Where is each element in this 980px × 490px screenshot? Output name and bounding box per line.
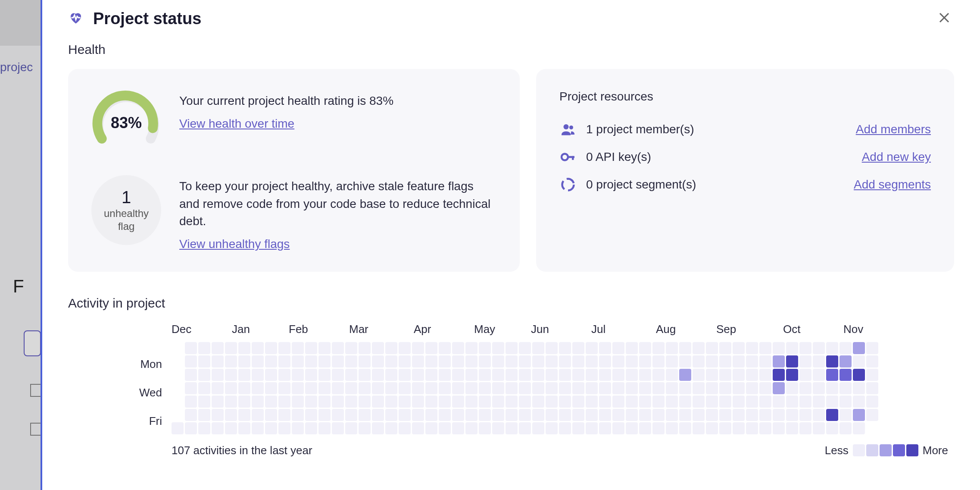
unhealthy-label-2: flag <box>118 220 135 233</box>
add-members-link[interactable]: Add members <box>856 122 931 136</box>
heatmap-cell <box>652 382 665 394</box>
heatmap-cell <box>332 422 344 434</box>
view-unhealthy-link[interactable]: View unhealthy flags <box>179 237 290 251</box>
heatmap-cell <box>546 355 558 368</box>
heatmap-cell <box>238 342 250 354</box>
heatmap-cell <box>679 422 691 434</box>
heatmap-cell <box>786 396 798 408</box>
heatmap-cell <box>452 382 464 394</box>
heatmap-cell <box>572 396 584 408</box>
heatmap-cell <box>359 422 371 434</box>
activity-heatmap-container: DecJanFebMarAprMayJunJulAugSepOctNov Mon… <box>68 323 954 457</box>
heatmap-cell <box>265 422 277 434</box>
segments-text: 0 project segment(s) <box>586 178 696 192</box>
heatmap-week-col <box>853 342 865 434</box>
heatmap-cell <box>265 396 277 408</box>
month-label: Mar <box>349 323 414 336</box>
heatmap-cell <box>252 409 264 421</box>
heatmap-cell <box>813 369 825 381</box>
heatmap-cell <box>652 396 665 408</box>
heatmap-week-col <box>198 342 210 434</box>
add-segments-link[interactable]: Add segments <box>854 178 931 192</box>
heatmap-cell <box>425 382 437 394</box>
add-key-link[interactable]: Add new key <box>862 150 931 164</box>
heatmap-cell <box>412 409 424 421</box>
heatmap-cell <box>639 342 651 354</box>
heatmap-cell <box>332 355 344 368</box>
heatmap-cell <box>452 342 464 354</box>
heatmap-cell <box>452 409 464 421</box>
heatmap-cell <box>399 396 411 408</box>
segments-icon <box>559 177 577 192</box>
heatmap-cell <box>586 409 598 421</box>
heatmap-week-col <box>212 342 224 434</box>
heatmap-cell <box>385 396 397 408</box>
heatmap-cell <box>840 422 852 434</box>
heatmap-cell <box>759 342 771 354</box>
heatmap-cell <box>733 422 745 434</box>
heatmap-cell <box>465 396 478 408</box>
health-section-title: Health <box>68 42 954 57</box>
heatmap-cell <box>225 355 237 368</box>
heatmap-cell <box>693 396 705 408</box>
heatmap-cell <box>318 422 331 434</box>
heatmap-cell <box>586 355 598 368</box>
heatmap-cell <box>733 396 745 408</box>
heatmap-cell <box>479 396 491 408</box>
heatmap-cell <box>532 369 544 381</box>
heatmap-cell <box>639 422 651 434</box>
heatmap-week-col <box>385 342 397 434</box>
heatmap-week-col <box>479 342 491 434</box>
heatmap-cell <box>826 369 838 381</box>
heatmap-cell <box>212 342 224 354</box>
heatmap-week-col <box>305 342 317 434</box>
heatmap-month-labels: DecJanFebMarAprMayJunJulAugSepOctNov <box>172 323 954 336</box>
heatmap-cell <box>639 396 651 408</box>
month-label: Jun <box>531 323 591 336</box>
heatmap-cell <box>719 422 731 434</box>
heatmap-cell <box>238 382 250 394</box>
heatmap-cell <box>693 409 705 421</box>
heatmap-cell <box>799 342 811 354</box>
heatmap-cell <box>225 422 237 434</box>
heatmap-cell <box>799 396 811 408</box>
heatmap-cell <box>826 382 838 394</box>
heatmap-cell <box>679 409 691 421</box>
heatmap-cell <box>612 409 624 421</box>
heatmap-cell <box>773 355 785 368</box>
heatmap-cell <box>265 382 277 394</box>
heatmap-cell <box>292 355 304 368</box>
heatmap-cell <box>479 342 491 354</box>
heatmap-cell <box>840 369 852 381</box>
heatmap-cell <box>172 382 184 394</box>
heatmap-cell <box>172 369 184 381</box>
heatmap-cell <box>172 342 184 354</box>
heatmap-cell <box>706 382 718 394</box>
close-button[interactable] <box>934 8 954 29</box>
heatmap-cell <box>185 396 197 408</box>
heatmap-cell <box>826 342 838 354</box>
view-health-link[interactable]: View health over time <box>179 117 294 131</box>
heatmap-cell <box>813 409 825 421</box>
panel-title: Project status <box>93 9 201 28</box>
heatmap-cell <box>666 382 678 394</box>
legend-cell-3 <box>880 444 892 456</box>
heatmap-cell <box>773 342 785 354</box>
legend-cell-5 <box>906 444 918 456</box>
heatmap-cell <box>425 355 437 368</box>
heatmap-cell <box>866 355 878 368</box>
heatmap-cell <box>252 382 264 394</box>
heatmap-week-col <box>412 342 424 434</box>
heatmap-cell <box>439 342 451 354</box>
heatmap-cell <box>465 369 478 381</box>
heatmap-cell <box>185 369 197 381</box>
heatmap-cell <box>425 369 437 381</box>
heatmap-cell <box>532 396 544 408</box>
heatmap-cell <box>492 422 504 434</box>
heatmap-cell <box>652 422 665 434</box>
members-text: 1 project member(s) <box>586 122 694 136</box>
heatmap-cell <box>799 422 811 434</box>
heatmap-cell <box>693 422 705 434</box>
svg-rect-6 <box>572 156 574 160</box>
heatmap-cell <box>799 382 811 394</box>
